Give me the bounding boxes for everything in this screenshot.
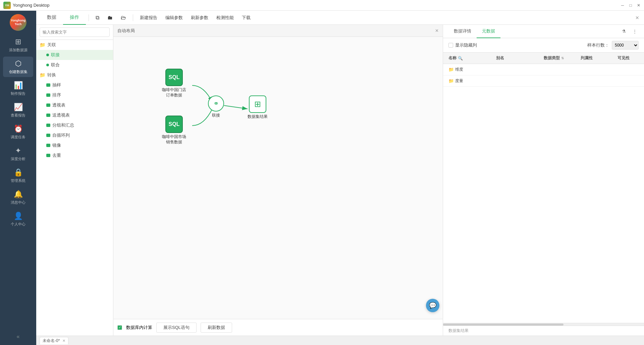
flow-node-join[interactable]: ⚭ 联接 bbox=[208, 95, 224, 118]
meta-table-header: 名称 🔍 别名 数据类型 ⇅ 列属性 bbox=[443, 53, 644, 64]
connect-dot-icon bbox=[46, 54, 49, 56]
sidebar-item-deep-analysis[interactable]: ✦ 深度分析 bbox=[3, 144, 33, 164]
sidebar-item-deep-analysis-label: 深度分析 bbox=[11, 156, 25, 161]
h-scroll-thumb bbox=[443, 324, 564, 326]
show-sql-button[interactable]: 展示SQL语句 bbox=[156, 323, 197, 333]
sidebar-item-message-center-label: 消息中心 bbox=[11, 200, 25, 205]
panel-close-button[interactable]: ✕ bbox=[635, 15, 640, 20]
left-panel: 📁 关联 联接 联合 📁 转换 bbox=[36, 25, 113, 336]
sidebar-item-create-dataset[interactable]: ⬡ 创建数据集 bbox=[3, 57, 33, 77]
tree-item-send-through[interactable]: 送透视表 bbox=[36, 110, 113, 120]
add-datasource-icon: ⊞ bbox=[15, 38, 21, 46]
search-input[interactable] bbox=[40, 27, 110, 37]
tab-divider bbox=[89, 14, 89, 21]
edit-params-button[interactable]: 编辑参数 bbox=[161, 13, 187, 22]
canvas-header: 自动布局 ✕ bbox=[113, 25, 443, 37]
right-panel-header: 数据详情 元数据 ⚗ ⋮ bbox=[443, 25, 644, 38]
flow-node-3[interactable]: SQL 咖啡中国市场销售数据 bbox=[162, 116, 186, 145]
col-header-prop: 列属性 bbox=[578, 55, 615, 61]
union-dot-icon bbox=[46, 64, 49, 66]
tree-item-dedup[interactable]: 去重 bbox=[36, 150, 113, 160]
sidebar-item-schedule-task[interactable]: ⏰ 调度任务 bbox=[3, 122, 33, 142]
tree-item-group-summary[interactable]: 分组和汇总 bbox=[36, 120, 113, 130]
flow-node-1[interactable]: SQL 咖啡中国门店订单数据 bbox=[162, 69, 186, 98]
tree-item-sample[interactable]: 抽样 bbox=[36, 80, 113, 90]
col-header-visible: 可见性 bbox=[615, 55, 641, 61]
maximize-button[interactable]: □ bbox=[628, 3, 633, 8]
personal-center-icon: 👤 bbox=[14, 212, 23, 220]
status-bar: 未命名-0* ✕ bbox=[36, 336, 644, 345]
metadata-options: 显示隐藏列 样本行数： 5000 1000 100 bbox=[443, 38, 644, 53]
new-report-button[interactable]: 新建报告 bbox=[136, 13, 161, 22]
sidebar-item-personal-center[interactable]: 👤 个人中心 bbox=[3, 209, 33, 229]
tab-data[interactable]: 数据 bbox=[40, 11, 63, 25]
tab-operation[interactable]: 操作 bbox=[63, 11, 86, 25]
folder-dimension-icon: 📁 bbox=[448, 67, 454, 72]
check-performance-button[interactable]: 检测性能 bbox=[212, 13, 238, 22]
bottom-tab[interactable]: 未命名-0* ✕ bbox=[40, 337, 68, 344]
tree-item-union[interactable]: 联合 bbox=[36, 60, 113, 70]
tab-metadata[interactable]: 元数据 bbox=[477, 25, 500, 38]
search-name-icon[interactable]: 🔍 bbox=[458, 56, 463, 61]
view-report-icon: 📈 bbox=[14, 103, 23, 112]
title-bar: YH Yonghong Desktop ─ □ ✕ bbox=[0, 0, 644, 11]
save-button[interactable]: 🖿 bbox=[103, 13, 117, 22]
horizontal-scrollbar[interactable] bbox=[443, 323, 644, 326]
sidebar-item-message-center[interactable]: 🔔 消息中心 bbox=[3, 187, 33, 208]
folder-measure-icon: 📁 bbox=[448, 78, 454, 83]
folder-join-icon: 📁 bbox=[40, 42, 45, 48]
download-button[interactable]: 下载 bbox=[238, 13, 255, 22]
sidebar-item-add-datasource[interactable]: ⊞ 添加数据源 bbox=[3, 35, 33, 55]
table-row: 📁 维度 bbox=[443, 64, 644, 75]
chat-icon-button[interactable]: 💬 bbox=[426, 299, 439, 312]
more-options-button[interactable]: ⋮ bbox=[631, 27, 639, 36]
row-count-select[interactable]: 5000 1000 100 bbox=[612, 41, 639, 50]
schedule-task-icon: ⏰ bbox=[14, 125, 23, 133]
sidebar-item-make-report[interactable]: 📊 制作报告 bbox=[3, 78, 33, 99]
flow-node-result[interactable]: ⊞ 数据集结果 bbox=[248, 95, 268, 120]
filter-icon-button[interactable]: ⚗ bbox=[620, 27, 628, 36]
right-scrollbar[interactable] bbox=[641, 27, 644, 336]
node-label-3: 咖啡中国市场销售数据 bbox=[162, 134, 186, 145]
sort-icon bbox=[46, 93, 50, 97]
sort-type-icon[interactable]: ⇅ bbox=[561, 56, 564, 60]
group-summary-icon bbox=[46, 124, 50, 127]
refresh-params-button[interactable]: 刷新参数 bbox=[187, 13, 212, 22]
right-panel-actions: ⚗ ⋮ bbox=[620, 27, 639, 36]
sidebar-item-add-datasource-label: 添加数据源 bbox=[9, 48, 28, 53]
canvas-close-icon[interactable]: ✕ bbox=[435, 28, 439, 33]
sidebar-item-manage-system[interactable]: 🔒 管理系统 bbox=[3, 165, 33, 186]
tree-section: 📁 关联 联接 联合 📁 转换 bbox=[36, 40, 113, 336]
sidebar-collapse-button[interactable]: « bbox=[17, 334, 20, 340]
deep-analysis-icon: ✦ bbox=[15, 146, 21, 155]
close-window-button[interactable]: ✕ bbox=[636, 3, 641, 8]
sidebar-item-schedule-task-label: 调度任务 bbox=[11, 135, 25, 140]
tree-item-drillthrough[interactable]: 透视表 bbox=[36, 100, 113, 110]
right-panel: 数据详情 元数据 ⚗ ⋮ 显示隐藏列 bbox=[443, 25, 644, 336]
show-hidden-checkbox[interactable]: 显示隐藏列 bbox=[448, 42, 477, 48]
metadata-table: 名称 🔍 别名 数据类型 ⇅ 列属性 bbox=[443, 53, 644, 323]
tab-data-detail[interactable]: 数据详情 bbox=[448, 25, 477, 38]
tree-item-connect[interactable]: 联接 bbox=[36, 50, 113, 60]
minimize-button[interactable]: ─ bbox=[620, 3, 625, 8]
sidebar-item-personal-center-label: 个人中心 bbox=[11, 222, 25, 227]
content-area: 数据 操作 ⧉ 🖿 🗁 新建报告 编辑参数 刷新参数 检测性能 bbox=[36, 11, 644, 345]
save-as-button[interactable]: 🗁 bbox=[117, 13, 130, 22]
search-box bbox=[36, 25, 113, 40]
tree-item-loop[interactable]: 自循环列 bbox=[36, 130, 113, 140]
canvas-area: 自动布局 ✕ bbox=[113, 25, 443, 336]
refresh-data-button[interactable]: 刷新数据 bbox=[201, 323, 232, 333]
sidebar: YonghongTech ⊞ 添加数据源 ⬡ 创建数据集 📊 制作报告 📈 查看… bbox=[0, 11, 36, 345]
tree-group-join[interactable]: 📁 关联 bbox=[36, 40, 113, 50]
message-center-icon: 🔔 bbox=[14, 190, 23, 199]
copy-button[interactable]: ⧉ bbox=[92, 13, 103, 22]
bottom-tab-close[interactable]: ✕ bbox=[62, 339, 65, 343]
sidebar-item-view-report[interactable]: 📈 查看报告 bbox=[3, 100, 33, 121]
tree-group-transform[interactable]: 📁 转换 bbox=[36, 70, 113, 80]
tree-item-mirror[interactable]: 镜像 bbox=[36, 140, 113, 150]
tree-item-sort[interactable]: 排序 bbox=[36, 90, 113, 100]
right-tabs: 数据详情 元数据 bbox=[448, 25, 500, 38]
sidebar-item-view-report-label: 查看报告 bbox=[11, 113, 25, 118]
cell-name-measure: 📁 度量 bbox=[446, 78, 493, 84]
db-compute-checkbox[interactable]: ✓ bbox=[117, 325, 122, 330]
